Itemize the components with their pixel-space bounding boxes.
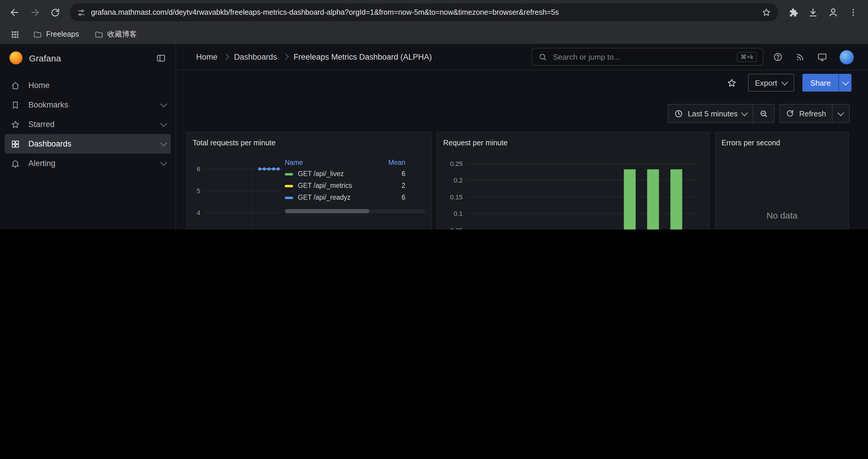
- bookmark-folder-blogs[interactable]: 收藏博客: [90, 28, 142, 41]
- legend-row[interactable]: GET /api/_readyz6: [285, 191, 405, 203]
- home-icon: [11, 80, 20, 90]
- help-button[interactable]: [773, 52, 783, 62]
- series-swatch: [285, 185, 293, 187]
- sidebar-item-label: Dashboards: [28, 139, 71, 148]
- grafana-logo[interactable]: [9, 52, 23, 64]
- sidebar-item-label: Home: [28, 81, 50, 90]
- time-range-picker[interactable]: Last 5 minutes: [668, 104, 753, 122]
- legend-table: NameMeanGET /api/_livez6GET /api/_metric…: [285, 157, 405, 203]
- series-swatch: [285, 197, 293, 199]
- chevron-down-icon: [160, 159, 167, 166]
- back-icon: [9, 7, 20, 18]
- search-icon: [538, 52, 547, 61]
- extensions-button[interactable]: [784, 4, 802, 21]
- url-bar[interactable]: grafana.mathmast.com/d/deytv4rwavabkb/fr…: [70, 4, 778, 21]
- series-name[interactable]: GET /api/_metrics: [298, 182, 352, 189]
- bookmark-folder-freeleaps[interactable]: Freeleaps: [28, 28, 84, 40]
- dock-sidebar-button[interactable]: [156, 53, 166, 63]
- legend-row[interactable]: GET /api/_livez6: [285, 168, 405, 179]
- reload-button[interactable]: [46, 4, 64, 21]
- downloads-button[interactable]: [804, 4, 822, 21]
- search-input[interactable]: [552, 52, 732, 62]
- url-text[interactable]: grafana.mathmast.com/d/deytv4rwavabkb/fr…: [91, 8, 756, 17]
- sidebar-item-starred[interactable]: Starred: [0, 114, 176, 134]
- back-button[interactable]: [6, 4, 24, 21]
- apps-icon: [10, 30, 19, 39]
- sidebar-header: Grafana: [0, 44, 176, 72]
- sidebar-nav: Home Bookmarks Starred: [0, 72, 176, 173]
- breadcrumb-dashboards[interactable]: Dashboards: [234, 52, 277, 61]
- refresh-button[interactable]: Refresh: [780, 104, 832, 122]
- svg-text:4: 4: [197, 209, 200, 217]
- chevron-down-icon: [160, 120, 167, 127]
- sidebar-item-label: Alerting: [28, 159, 56, 168]
- screen: grafana.mathmast.com/d/deytv4rwavabkb/fr…: [0, 0, 868, 230]
- share-menu-button[interactable]: [838, 74, 851, 92]
- panel-title[interactable]: Errors per second: [721, 136, 843, 150]
- svg-text:0.1: 0.1: [454, 210, 463, 218]
- chart[interactable]: 6543217:40: [193, 150, 285, 230]
- series-name[interactable]: GET /api/_readyz: [298, 194, 351, 201]
- user-avatar[interactable]: [840, 50, 854, 64]
- time-range-label: Last 5 minutes: [688, 109, 738, 118]
- svg-text:0.05: 0.05: [450, 227, 463, 230]
- forward-button[interactable]: [26, 4, 44, 21]
- forward-icon: [30, 7, 40, 18]
- folder-icon: [94, 30, 103, 39]
- sidebar-item-home[interactable]: Home: [0, 76, 176, 95]
- bookmark-label: Freeleaps: [46, 30, 79, 38]
- apps-button[interactable]: [7, 27, 23, 42]
- zoom-out-button[interactable]: [753, 104, 774, 122]
- breadcrumb-home[interactable]: Home: [196, 52, 217, 61]
- favorite-button[interactable]: [724, 75, 740, 90]
- bookmark-label: 收藏博客: [107, 29, 137, 39]
- panel-title[interactable]: Request per minute: [443, 136, 703, 150]
- zoom-out-icon: [760, 109, 769, 118]
- search-box[interactable]: ⌘+k: [532, 48, 764, 66]
- bookmark-star-icon[interactable]: [762, 8, 771, 17]
- display-button[interactable]: [817, 52, 827, 62]
- series-name[interactable]: GET /api/_livez: [298, 170, 344, 177]
- refresh-icon: [786, 109, 795, 118]
- legend-header[interactable]: Mean: [375, 157, 405, 168]
- chevron-down-icon: [842, 78, 849, 85]
- breadcrumb-current: Freeleaps Metrics Dashboard (ALPHA): [294, 52, 432, 61]
- panel-request-per-minute: Request per minute 0.250.20.150.10.05017…: [437, 132, 710, 230]
- share-button[interactable]: Share: [803, 74, 838, 92]
- browser-toolbar: grafana.mathmast.com/d/deytv4rwavabkb/fr…: [0, 0, 868, 25]
- sidebar-item-bookmarks[interactable]: Bookmarks: [0, 95, 176, 114]
- display-icon: [817, 52, 827, 62]
- clock-icon: [674, 109, 683, 118]
- navbar-icons: [773, 44, 854, 70]
- no-data-message: No data: [766, 210, 797, 220]
- news-icon: [795, 52, 805, 62]
- svg-text:5: 5: [197, 187, 200, 195]
- sidebar-item-dashboards[interactable]: Dashboards: [5, 134, 171, 154]
- sidebar-item-label: Bookmarks: [28, 100, 68, 109]
- chart[interactable]: 0.250.20.150.10.05017:37:0017:38:0017:39…: [443, 150, 703, 230]
- legend-row[interactable]: GET /api/_metrics2: [285, 179, 405, 191]
- svg-text:0.15: 0.15: [450, 193, 463, 201]
- refresh-label: Refresh: [799, 109, 826, 118]
- refresh-interval-button[interactable]: [832, 104, 849, 122]
- legend: NameMeanGET /api/_livez6GET /api/_metric…: [285, 157, 426, 230]
- breadcrumb-separator-icon: [282, 54, 289, 60]
- svg-text:0.2: 0.2: [454, 177, 463, 184]
- profile-button[interactable]: [824, 4, 842, 21]
- tune-icon[interactable]: [77, 8, 86, 17]
- export-label: Export: [755, 78, 777, 87]
- panel-title[interactable]: Total requests per minute: [193, 136, 426, 150]
- breadcrumb: Home Dashboards Freeleaps Metrics Dashbo…: [196, 52, 432, 61]
- chevron-down-icon: [160, 140, 167, 146]
- news-button[interactable]: [795, 52, 805, 62]
- dock-icon: [156, 53, 166, 63]
- breadcrumb-separator-icon: [222, 54, 229, 60]
- legend-scrollbar[interactable]: [285, 209, 426, 213]
- top-navbar: Home Dashboards Freeleaps Metrics Dashbo…: [176, 44, 868, 70]
- browser-menu-button[interactable]: [844, 4, 862, 21]
- export-button[interactable]: Export: [748, 74, 794, 92]
- legend-header[interactable]: Name: [285, 157, 375, 168]
- sidebar-item-alerting[interactable]: Alerting: [0, 154, 176, 173]
- chevron-down-icon: [781, 78, 788, 85]
- chevron-down-icon: [838, 109, 844, 116]
